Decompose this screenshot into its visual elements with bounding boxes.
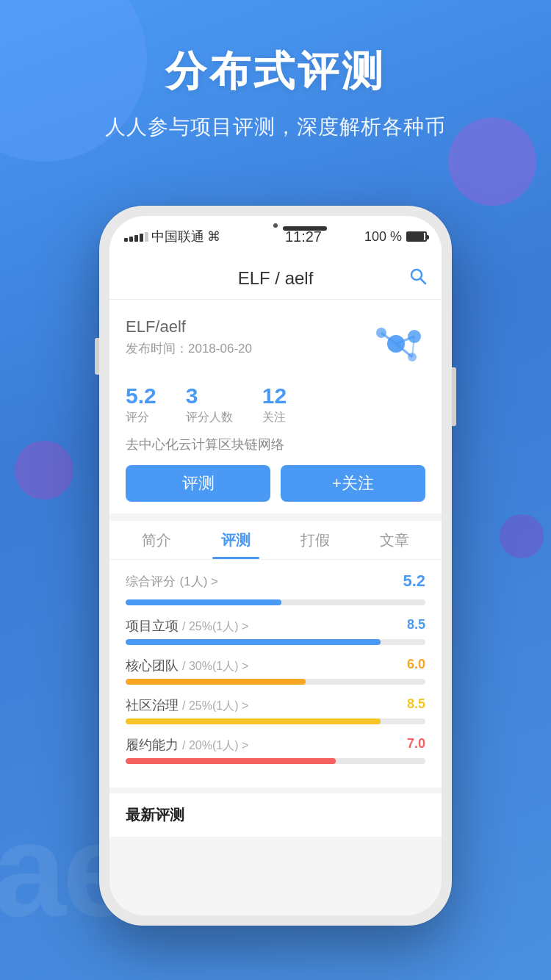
followers-label: 关注 (262, 410, 287, 425)
rating-item-project-score: 8.5 (407, 617, 425, 635)
token-description: 去中心化云计算区块链网络 (126, 436, 425, 453)
stat-followers: 12 关注 (262, 383, 287, 425)
token-header: ELF/aelf 发布时间：2018-06-20 (126, 314, 425, 373)
svg-line-1 (420, 278, 425, 284)
review-button[interactable]: 评测 (126, 465, 270, 502)
rating-item-project: 项目立项 / 25%(1人) > 8.5 (126, 617, 425, 645)
rating-item-community-header[interactable]: 社区治理 / 25%(1人) > 8.5 (126, 696, 425, 714)
stat-raters: 3 评分人数 (186, 383, 233, 425)
status-battery: 100 % (364, 229, 427, 245)
rating-item-fulfillment-bar-fill (126, 758, 336, 764)
comprehensive-rating-bar-fill (126, 599, 281, 605)
stat-score: 5.2 评分 (126, 383, 156, 425)
phone-inner: 中国联通 ⌘ 11:27 100 % ELF / aelf (109, 216, 442, 915)
search-icon[interactable] (409, 267, 427, 289)
tab-intro[interactable]: 简介 (117, 521, 196, 559)
rating-item-fulfillment-label: 履约能力 / 20%(1人) > (126, 736, 248, 754)
app-header: 分布式评测 人人参与项目评测，深度解析各种币 (0, 0, 551, 141)
rating-item-project-bar-bg (126, 639, 425, 645)
comprehensive-rating-header[interactable]: 综合评分 (1人) > 5.2 (126, 572, 425, 591)
tab-bar: 简介 评测 打假 文章 (109, 521, 442, 560)
follow-button[interactable]: +关注 (281, 465, 425, 502)
nav-bar: ELF / aelf (109, 257, 442, 300)
rating-item-community-bar-bg (126, 718, 425, 724)
rating-item-community-score: 8.5 (407, 696, 425, 714)
page-subtitle: 人人参与项目评测，深度解析各种币 (0, 113, 551, 141)
phone-mockup: 中国联通 ⌘ 11:27 100 % ELF / aelf (99, 206, 452, 926)
comprehensive-rating-title: 综合评分 (1人) > (126, 572, 218, 590)
score-label: 评分 (126, 410, 156, 425)
tab-review[interactable]: 评测 (196, 521, 276, 559)
signal-icon (124, 232, 148, 242)
comprehensive-rating-section: 综合评分 (1人) > 5.2 项目立项 / 25%(1人) > (109, 560, 442, 788)
latest-reviews-title: 最新评测 (126, 805, 425, 825)
token-actions: 评测 +关注 (126, 465, 425, 502)
rating-item-project-label: 项目立项 / 25%(1人) > (126, 617, 248, 635)
content-area: ELF/aelf 发布时间：2018-06-20 (109, 300, 442, 915)
wifi-icon: ⌘ (207, 228, 220, 245)
comprehensive-rating-bar-bg (126, 599, 425, 605)
nav-title: ELF / aelf (238, 268, 314, 289)
raters-label: 评分人数 (186, 410, 233, 425)
status-time: 11:27 (285, 228, 322, 245)
rating-item-team-bar-bg (126, 679, 425, 685)
page-title: 分布式评测 (0, 44, 551, 100)
rating-item-team: 核心团队 / 30%(1人) > 6.0 (126, 657, 425, 685)
battery-fill (408, 233, 424, 240)
rating-item-community: 社区治理 / 25%(1人) > 8.5 (126, 696, 425, 724)
phone-outer: 中国联通 ⌘ 11:27 100 % ELF / aelf (99, 206, 452, 926)
bg-circle-4 (500, 514, 544, 558)
rating-item-project-bar-fill (126, 639, 381, 645)
token-name: ELF/aelf (126, 314, 252, 337)
rating-item-team-label: 核心团队 / 30%(1人) > (126, 657, 248, 674)
rating-item-fulfillment: 履约能力 / 20%(1人) > 7.0 (126, 736, 425, 764)
rating-item-team-score: 6.0 (407, 657, 425, 674)
rating-item-fulfillment-header[interactable]: 履约能力 / 20%(1人) > 7.0 (126, 736, 425, 754)
tab-article[interactable]: 文章 (355, 521, 434, 559)
token-date: 发布时间：2018-06-20 (126, 340, 252, 357)
rating-item-fulfillment-score: 7.0 (407, 736, 425, 754)
token-logo (367, 314, 425, 373)
rating-item-team-bar-fill (126, 679, 306, 685)
latest-reviews-section: 最新评测 (109, 793, 442, 837)
token-ticker: /aelf (155, 317, 186, 336)
rating-item-community-label: 社区治理 / 25%(1人) > (126, 696, 248, 714)
raters-value: 3 (186, 383, 233, 408)
rating-item-fulfillment-bar-bg (126, 758, 425, 764)
carrier-name: 中国联通 (151, 228, 204, 245)
score-value: 5.2 (126, 383, 156, 408)
rating-item-community-bar-fill (126, 718, 381, 724)
token-card: ELF/aelf 发布时间：2018-06-20 (109, 300, 442, 514)
token-info: ELF/aelf 发布时间：2018-06-20 (126, 314, 252, 357)
battery-percent: 100 % (364, 229, 402, 245)
bg-circle-3 (15, 441, 73, 500)
status-carrier: 中国联通 ⌘ (124, 228, 220, 245)
rating-item-project-header[interactable]: 项目立项 / 25%(1人) > 8.5 (126, 617, 425, 635)
status-bar: 中国联通 ⌘ 11:27 100 % (109, 216, 442, 257)
rating-item-team-header[interactable]: 核心团队 / 30%(1人) > 6.0 (126, 657, 425, 674)
battery-icon (406, 231, 427, 242)
comprehensive-rating-score: 5.2 (403, 572, 425, 591)
tab-debunk[interactable]: 打假 (276, 521, 355, 559)
token-stats: 5.2 评分 3 评分人数 12 关注 (126, 383, 425, 425)
followers-value: 12 (262, 383, 287, 408)
